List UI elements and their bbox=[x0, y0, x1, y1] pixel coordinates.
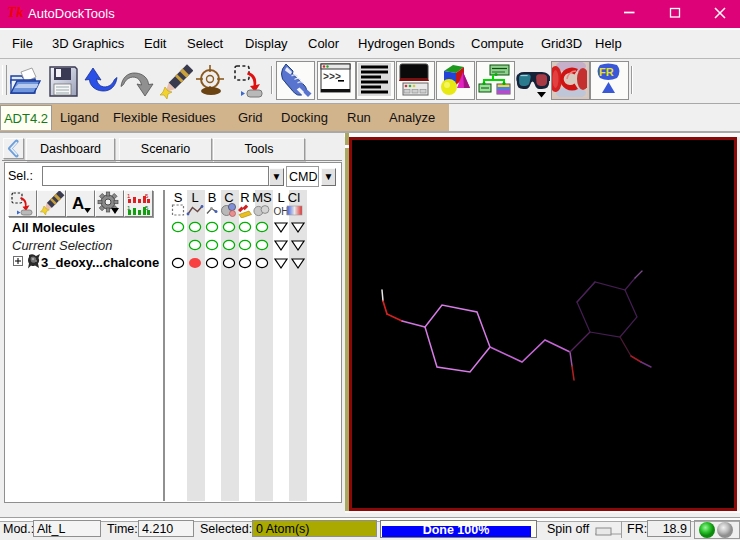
svg-text:1: 1 bbox=[127, 193, 131, 199]
svg-text:OH: OH bbox=[274, 206, 289, 217]
svg-text:S: S bbox=[174, 190, 183, 205]
svg-text:L: L bbox=[277, 190, 284, 205]
svg-text:B: B bbox=[208, 190, 217, 205]
svg-text:R: R bbox=[240, 190, 249, 205]
svg-text:MS: MS bbox=[252, 190, 272, 205]
svg-text:C: C bbox=[224, 190, 233, 205]
svg-text:L: L bbox=[191, 190, 198, 205]
svg-text:A: A bbox=[72, 194, 84, 213]
svg-text:Cl: Cl bbox=[288, 190, 300, 205]
svg-text:FR: FR bbox=[599, 66, 614, 78]
